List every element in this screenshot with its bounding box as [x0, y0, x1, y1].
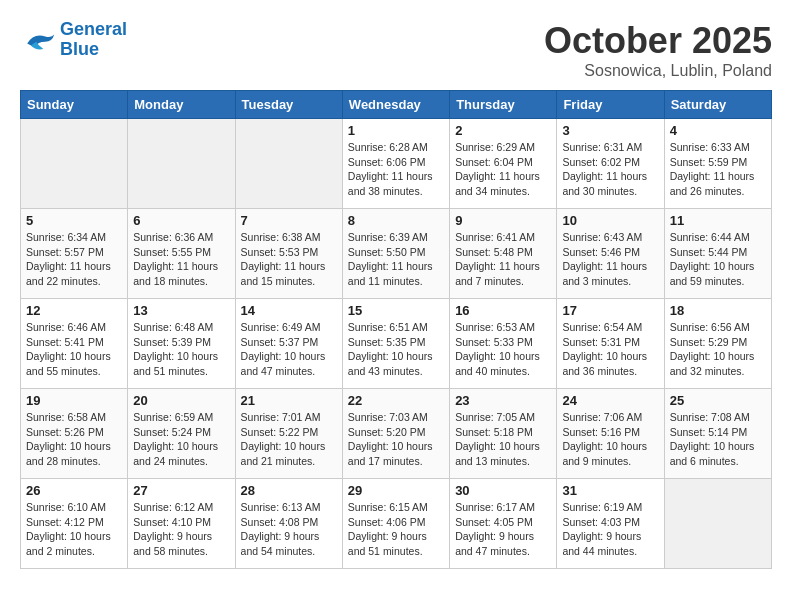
calendar-cell: 16Sunrise: 6:53 AM Sunset: 5:33 PM Dayli… — [450, 299, 557, 389]
calendar-cell: 24Sunrise: 7:06 AM Sunset: 5:16 PM Dayli… — [557, 389, 664, 479]
day-header-friday: Friday — [557, 91, 664, 119]
calendar-cell: 25Sunrise: 7:08 AM Sunset: 5:14 PM Dayli… — [664, 389, 771, 479]
month-title: October 2025 — [544, 20, 772, 62]
calendar-cell: 2Sunrise: 6:29 AM Sunset: 6:04 PM Daylig… — [450, 119, 557, 209]
title-block: October 2025 Sosnowica, Lublin, Poland — [544, 20, 772, 80]
day-number: 16 — [455, 303, 551, 318]
calendar-cell: 28Sunrise: 6:13 AM Sunset: 4:08 PM Dayli… — [235, 479, 342, 569]
day-info: Sunrise: 6:51 AM Sunset: 5:35 PM Dayligh… — [348, 320, 444, 379]
day-info: Sunrise: 6:13 AM Sunset: 4:08 PM Dayligh… — [241, 500, 337, 559]
week-row-3: 12Sunrise: 6:46 AM Sunset: 5:41 PM Dayli… — [21, 299, 772, 389]
day-info: Sunrise: 6:29 AM Sunset: 6:04 PM Dayligh… — [455, 140, 551, 199]
day-info: Sunrise: 6:12 AM Sunset: 4:10 PM Dayligh… — [133, 500, 229, 559]
week-row-2: 5Sunrise: 6:34 AM Sunset: 5:57 PM Daylig… — [21, 209, 772, 299]
day-info: Sunrise: 6:46 AM Sunset: 5:41 PM Dayligh… — [26, 320, 122, 379]
day-number: 5 — [26, 213, 122, 228]
day-number: 25 — [670, 393, 766, 408]
day-number: 7 — [241, 213, 337, 228]
calendar-table: SundayMondayTuesdayWednesdayThursdayFrid… — [20, 90, 772, 569]
calendar-cell — [128, 119, 235, 209]
day-info: Sunrise: 6:49 AM Sunset: 5:37 PM Dayligh… — [241, 320, 337, 379]
logo: General Blue — [20, 20, 127, 60]
logo-text: General Blue — [60, 20, 127, 60]
location: Sosnowica, Lublin, Poland — [544, 62, 772, 80]
calendar-header-row: SundayMondayTuesdayWednesdayThursdayFrid… — [21, 91, 772, 119]
day-number: 20 — [133, 393, 229, 408]
page-header: General Blue October 2025 Sosnowica, Lub… — [20, 20, 772, 80]
calendar-cell: 1Sunrise: 6:28 AM Sunset: 6:06 PM Daylig… — [342, 119, 449, 209]
day-info: Sunrise: 6:43 AM Sunset: 5:46 PM Dayligh… — [562, 230, 658, 289]
day-info: Sunrise: 6:17 AM Sunset: 4:05 PM Dayligh… — [455, 500, 551, 559]
week-row-5: 26Sunrise: 6:10 AM Sunset: 4:12 PM Dayli… — [21, 479, 772, 569]
calendar-cell: 18Sunrise: 6:56 AM Sunset: 5:29 PM Dayli… — [664, 299, 771, 389]
calendar-cell: 6Sunrise: 6:36 AM Sunset: 5:55 PM Daylig… — [128, 209, 235, 299]
day-info: Sunrise: 6:31 AM Sunset: 6:02 PM Dayligh… — [562, 140, 658, 199]
week-row-4: 19Sunrise: 6:58 AM Sunset: 5:26 PM Dayli… — [21, 389, 772, 479]
calendar-cell: 31Sunrise: 6:19 AM Sunset: 4:03 PM Dayli… — [557, 479, 664, 569]
day-number: 22 — [348, 393, 444, 408]
day-number: 17 — [562, 303, 658, 318]
calendar-cell: 20Sunrise: 6:59 AM Sunset: 5:24 PM Dayli… — [128, 389, 235, 479]
day-number: 19 — [26, 393, 122, 408]
day-number: 31 — [562, 483, 658, 498]
day-number: 8 — [348, 213, 444, 228]
day-info: Sunrise: 7:01 AM Sunset: 5:22 PM Dayligh… — [241, 410, 337, 469]
day-number: 30 — [455, 483, 551, 498]
calendar-cell: 22Sunrise: 7:03 AM Sunset: 5:20 PM Dayli… — [342, 389, 449, 479]
day-number: 14 — [241, 303, 337, 318]
day-number: 21 — [241, 393, 337, 408]
day-info: Sunrise: 6:34 AM Sunset: 5:57 PM Dayligh… — [26, 230, 122, 289]
day-info: Sunrise: 6:54 AM Sunset: 5:31 PM Dayligh… — [562, 320, 658, 379]
day-info: Sunrise: 6:36 AM Sunset: 5:55 PM Dayligh… — [133, 230, 229, 289]
calendar-cell: 11Sunrise: 6:44 AM Sunset: 5:44 PM Dayli… — [664, 209, 771, 299]
day-number: 11 — [670, 213, 766, 228]
day-number: 18 — [670, 303, 766, 318]
day-header-monday: Monday — [128, 91, 235, 119]
day-info: Sunrise: 6:58 AM Sunset: 5:26 PM Dayligh… — [26, 410, 122, 469]
day-info: Sunrise: 6:53 AM Sunset: 5:33 PM Dayligh… — [455, 320, 551, 379]
day-number: 27 — [133, 483, 229, 498]
day-info: Sunrise: 6:10 AM Sunset: 4:12 PM Dayligh… — [26, 500, 122, 559]
day-info: Sunrise: 6:39 AM Sunset: 5:50 PM Dayligh… — [348, 230, 444, 289]
logo-icon — [20, 25, 56, 55]
day-info: Sunrise: 7:03 AM Sunset: 5:20 PM Dayligh… — [348, 410, 444, 469]
day-header-tuesday: Tuesday — [235, 91, 342, 119]
day-number: 2 — [455, 123, 551, 138]
calendar-cell: 27Sunrise: 6:12 AM Sunset: 4:10 PM Dayli… — [128, 479, 235, 569]
day-number: 3 — [562, 123, 658, 138]
day-number: 23 — [455, 393, 551, 408]
calendar-cell: 5Sunrise: 6:34 AM Sunset: 5:57 PM Daylig… — [21, 209, 128, 299]
day-info: Sunrise: 7:06 AM Sunset: 5:16 PM Dayligh… — [562, 410, 658, 469]
calendar-cell — [235, 119, 342, 209]
day-info: Sunrise: 6:15 AM Sunset: 4:06 PM Dayligh… — [348, 500, 444, 559]
day-number: 28 — [241, 483, 337, 498]
day-number: 6 — [133, 213, 229, 228]
day-header-thursday: Thursday — [450, 91, 557, 119]
calendar-cell: 15Sunrise: 6:51 AM Sunset: 5:35 PM Dayli… — [342, 299, 449, 389]
day-number: 24 — [562, 393, 658, 408]
day-header-sunday: Sunday — [21, 91, 128, 119]
calendar-cell — [21, 119, 128, 209]
calendar-cell: 26Sunrise: 6:10 AM Sunset: 4:12 PM Dayli… — [21, 479, 128, 569]
day-info: Sunrise: 6:48 AM Sunset: 5:39 PM Dayligh… — [133, 320, 229, 379]
day-number: 9 — [455, 213, 551, 228]
day-info: Sunrise: 6:44 AM Sunset: 5:44 PM Dayligh… — [670, 230, 766, 289]
calendar-cell: 23Sunrise: 7:05 AM Sunset: 5:18 PM Dayli… — [450, 389, 557, 479]
day-number: 12 — [26, 303, 122, 318]
calendar-cell: 14Sunrise: 6:49 AM Sunset: 5:37 PM Dayli… — [235, 299, 342, 389]
calendar-cell: 7Sunrise: 6:38 AM Sunset: 5:53 PM Daylig… — [235, 209, 342, 299]
calendar-cell: 29Sunrise: 6:15 AM Sunset: 4:06 PM Dayli… — [342, 479, 449, 569]
day-number: 26 — [26, 483, 122, 498]
day-header-wednesday: Wednesday — [342, 91, 449, 119]
day-number: 10 — [562, 213, 658, 228]
calendar-cell — [664, 479, 771, 569]
day-info: Sunrise: 6:19 AM Sunset: 4:03 PM Dayligh… — [562, 500, 658, 559]
day-number: 15 — [348, 303, 444, 318]
calendar-cell: 12Sunrise: 6:46 AM Sunset: 5:41 PM Dayli… — [21, 299, 128, 389]
day-info: Sunrise: 6:59 AM Sunset: 5:24 PM Dayligh… — [133, 410, 229, 469]
day-info: Sunrise: 6:28 AM Sunset: 6:06 PM Dayligh… — [348, 140, 444, 199]
calendar-cell: 30Sunrise: 6:17 AM Sunset: 4:05 PM Dayli… — [450, 479, 557, 569]
day-number: 13 — [133, 303, 229, 318]
day-info: Sunrise: 7:08 AM Sunset: 5:14 PM Dayligh… — [670, 410, 766, 469]
calendar-cell: 19Sunrise: 6:58 AM Sunset: 5:26 PM Dayli… — [21, 389, 128, 479]
